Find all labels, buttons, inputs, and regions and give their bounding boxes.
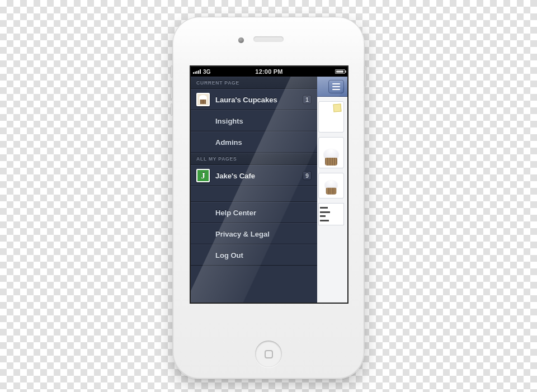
drawer-item-label: Privacy & Legal [215, 230, 270, 238]
status-bar: 3G 12:00 PM [191, 67, 347, 77]
drawer-page-jakes-cafe[interactable]: J Jake's Cafe 9 [191, 165, 317, 186]
drawer-spacer [191, 186, 317, 202]
drawer-page-lauras-cupcakes[interactable]: Laura's Cupcakes 1 [191, 89, 317, 110]
cupcake-image [323, 149, 340, 166]
drawer-item-admins[interactable]: Admins [191, 131, 317, 153]
cupcake-image [324, 180, 338, 195]
drawer-item-label: Jake's Cafe [215, 172, 255, 180]
drawer-item-label: Laura's Cupcakes [215, 96, 277, 104]
drawer-item-log-out[interactable]: Log Out [191, 244, 317, 266]
phone-frame: 3G 12:00 PM [172, 17, 365, 379]
notification-badge: 9 [303, 171, 312, 180]
drawer-item-label: Insights [215, 117, 243, 125]
front-camera [238, 37, 244, 43]
battery-icon [335, 69, 345, 74]
mute-switch [171, 65, 173, 78]
drawer-item-label: Admins [215, 138, 242, 147]
page-thumbnail: J [196, 169, 210, 182]
earpiece-speaker [253, 36, 284, 42]
section-header-current-page: CURRENT PAGE [191, 77, 317, 89]
feed-card [318, 173, 344, 199]
screen: 3G 12:00 PM [190, 65, 348, 304]
home-button[interactable] [255, 341, 282, 367]
drawer-item-label: Log Out [215, 251, 243, 259]
menu-button[interactable] [328, 80, 344, 93]
drawer-item-privacy-legal[interactable]: Privacy & Legal [191, 223, 317, 244]
volume-down-button [171, 103, 173, 116]
drawer-item-insights[interactable]: Insights [191, 110, 317, 131]
notification-badge: 1 [303, 95, 312, 104]
home-icon [265, 350, 273, 358]
app-viewport: CURRENT PAGE Laura's Cupcakes 1 Insights… [191, 77, 347, 303]
feed-card [318, 137, 344, 168]
drawer-item-help-center[interactable]: Help Center [191, 202, 317, 223]
volume-up-button [171, 87, 173, 99]
nav-bar [315, 77, 347, 97]
sticky-note-icon [333, 104, 342, 112]
clock-label: 12:00 PM [191, 68, 347, 75]
main-content-peek[interactable] [315, 77, 347, 303]
side-drawer: CURRENT PAGE Laura's Cupcakes 1 Insights… [191, 77, 317, 303]
section-header-all-my-pages: ALL MY PAGES [191, 153, 317, 165]
feed-text-preview [318, 203, 344, 225]
power-button [364, 65, 366, 87]
feed-card [318, 101, 344, 133]
drawer-item-label: Help Center [215, 209, 256, 217]
page-thumbnail [196, 93, 210, 106]
